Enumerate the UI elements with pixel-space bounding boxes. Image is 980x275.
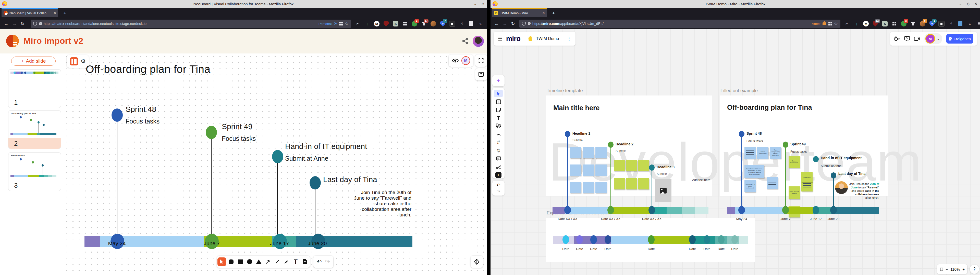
download-extension-icon[interactable]: ↓: [853, 20, 860, 27]
example-timeline-bar[interactable]: [727, 207, 879, 214]
sticky-note[interactable]: [595, 182, 607, 193]
forward-button[interactable]: →: [501, 21, 509, 27]
milestone-title[interactable]: Sprint 48: [126, 105, 156, 114]
date-label[interactable]: Date: [562, 247, 569, 251]
thumb-extension-icon[interactable]: ☝: [947, 20, 955, 27]
rect-tool[interactable]: [236, 258, 245, 266]
page-actions-icon[interactable]: [339, 22, 343, 25]
lock-icon[interactable]: [528, 22, 530, 25]
image-upload-tool[interactable]: [301, 258, 309, 266]
screenshot-extension-icon[interactable]: ✂: [354, 20, 361, 27]
sticky-note[interactable]: Scrum ceremonies.: [789, 156, 800, 168]
milestone-subtitle[interactable]: Focus tasks: [791, 150, 807, 153]
slide-thumbnail-3[interactable]: Main title here 3: [8, 152, 61, 191]
frame-label[interactable]: Timeline template: [547, 88, 583, 93]
s-extension-icon[interactable]: S: [392, 20, 399, 27]
apps-tool[interactable]: [492, 163, 504, 171]
tracking-shield-icon[interactable]: [522, 22, 526, 26]
date-label[interactable]: Date XX / XX: [601, 217, 620, 221]
date-label[interactable]: Date: [731, 247, 738, 251]
fox-extension-icon[interactable]: [430, 20, 437, 27]
page-extension-icon[interactable]: [468, 20, 475, 27]
triangle-tool[interactable]: [255, 258, 263, 266]
milestone-subtitle[interactable]: Focus tasks: [126, 118, 159, 125]
text-tool[interactable]: T: [291, 258, 300, 266]
more-tools-button[interactable]: +: [492, 171, 504, 179]
date-label[interactable]: June 20: [828, 217, 839, 221]
select-tool[interactable]: [492, 89, 504, 98]
arrow-tool[interactable]: [264, 258, 272, 266]
left-url-bar[interactable]: https://matrix-neoboard-standalone.neoto…: [30, 20, 351, 28]
milestone-dot-lastday[interactable]: [310, 176, 321, 190]
sticky-note[interactable]: Team competency map-out workshop: [770, 147, 781, 159]
line-tool[interactable]: [273, 258, 282, 266]
milestone-subtitle[interactable]: Focus tasks: [222, 135, 256, 142]
reload-button[interactable]: ↻: [18, 21, 27, 27]
add-slide-button[interactable]: + Add slide: [11, 57, 56, 66]
date-label[interactable]: June 17: [810, 217, 822, 221]
maximize-button[interactable]: ◇: [481, 2, 484, 6]
pen-tool[interactable]: [492, 130, 504, 138]
board-menu-icon[interactable]: ⋮: [567, 36, 571, 41]
shield-extension-icon[interactable]: [383, 20, 390, 27]
sticky-note[interactable]: Coordinate with team e-commerce on new n…: [745, 165, 764, 178]
widget-button[interactable]: [471, 256, 483, 268]
date-label[interactable]: Date: [689, 247, 696, 251]
tab-close-icon[interactable]: ✕: [54, 11, 56, 15]
timeline-bar[interactable]: [84, 236, 412, 247]
overflow-chevrons-icon[interactable]: »: [477, 20, 484, 27]
subtitle[interactable]: Subtitle: [616, 149, 626, 153]
text-tool[interactable]: T: [492, 114, 504, 122]
page-actions-icon[interactable]: [829, 22, 832, 25]
date-label[interactable]: June 7: [780, 217, 791, 221]
eye-icon[interactable]: [452, 57, 459, 64]
right-url-bar[interactable]: https://miro.com/app/board/uXjVLsUm_dE=/…: [519, 20, 840, 28]
miro-logo[interactable]: miro: [506, 35, 520, 43]
screenshot-extension-icon[interactable]: ✂: [843, 20, 851, 27]
template-title[interactable]: Main title here: [553, 104, 600, 112]
sticky-note[interactable]: [767, 177, 778, 189]
redo-button[interactable]: ↷: [496, 188, 501, 194]
zoom-out-button[interactable]: −: [945, 267, 948, 272]
milestone-subtitle[interactable]: Focus tasks: [746, 139, 763, 143]
vpn-shield-extension-icon[interactable]: V 1: [928, 20, 935, 27]
dark-square-extension-icon[interactable]: [938, 20, 945, 27]
app-menu-icon[interactable]: ☰: [976, 20, 980, 27]
sticky-note[interactable]: Scrum ceremonies.: [757, 147, 768, 159]
milestone-dot-handin[interactable]: [272, 150, 283, 163]
frame-tool[interactable]: #: [492, 138, 504, 146]
miro-canvas[interactable]: Developerteam Timeline template Filled o…: [490, 29, 980, 275]
add-text-placeholder[interactable]: Add text here: [692, 178, 710, 182]
sticky-note[interactable]: [745, 147, 756, 159]
headline[interactable]: Headline 3: [657, 165, 675, 169]
maximize-button[interactable]: ◇: [967, 2, 970, 6]
back-button[interactable]: ←: [493, 21, 501, 27]
thumb-extension-icon[interactable]: ☝: [458, 20, 465, 27]
rounded-rect-tool[interactable]: [227, 258, 235, 266]
mono-extension-icon[interactable]: M: [373, 20, 380, 27]
date-label[interactable]: Date XX / XX: [558, 217, 578, 221]
trash-extension-icon[interactable]: 17: [420, 20, 428, 27]
frames-icon[interactable]: [940, 267, 943, 271]
subtitle[interactable]: Subtitle: [657, 172, 667, 176]
milestone-headline[interactable]: Sprint 49: [791, 142, 806, 146]
left-titlebar[interactable]: NeoBoard | Visual Collaboration for Team…: [0, 0, 487, 8]
milestone-headline[interactable]: Last day of Tina: [838, 172, 865, 176]
frame-label[interactable]: Filled out example: [721, 88, 758, 93]
tina-photo[interactable]: [835, 181, 848, 194]
minimize-button[interactable]: ⌄: [959, 2, 962, 6]
sticker-tool[interactable]: ☺: [492, 146, 504, 155]
help-button[interactable]: ?: [970, 265, 979, 274]
sticky-note[interactable]: Team farewell session: [789, 186, 800, 199]
sticky-note[interactable]: [595, 164, 607, 176]
date-label[interactable]: Date: [648, 247, 655, 251]
overflow-chevrons-icon[interactable]: »: [966, 20, 974, 27]
milestone-dot-sprint48[interactable]: [111, 109, 123, 122]
new-tab-button[interactable]: +: [61, 9, 68, 17]
headline[interactable]: Headline 1: [573, 131, 590, 136]
sticky-note[interactable]: [614, 178, 625, 190]
milestone-title[interactable]: Last day of Tina: [323, 175, 377, 184]
sticky-note[interactable]: [570, 182, 581, 193]
sticky-note[interactable]: [626, 160, 637, 171]
presence-avatar[interactable]: M: [461, 56, 470, 65]
